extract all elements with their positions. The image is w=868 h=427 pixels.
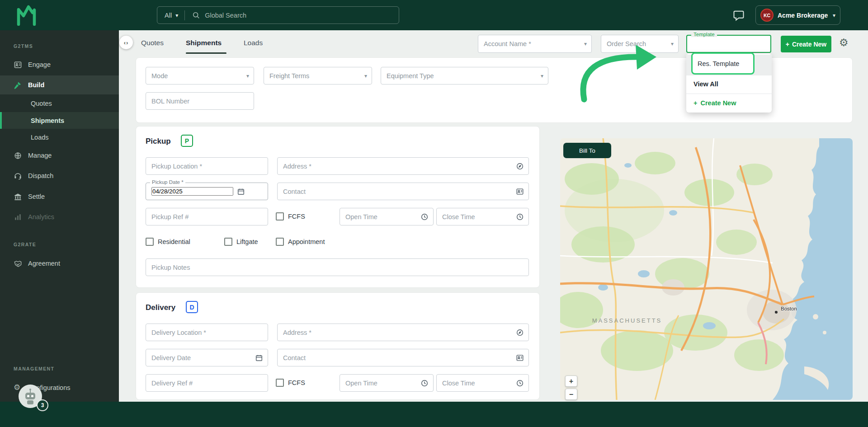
sidebar-item-label: Dispatch bbox=[28, 172, 53, 179]
pickup-ref-input[interactable] bbox=[151, 213, 263, 221]
order-search-select[interactable]: Order Search ▾ bbox=[601, 35, 679, 53]
sidebar-item-dispatch[interactable]: Dispatch bbox=[0, 167, 119, 185]
sidebar-item-manage[interactable]: Manage bbox=[0, 146, 119, 164]
account-name-select[interactable]: Account Name * ▾ bbox=[478, 35, 592, 53]
residential-group: Residential bbox=[146, 238, 190, 246]
clock-icon[interactable] bbox=[420, 379, 429, 387]
delivery-contact-field[interactable] bbox=[277, 349, 529, 366]
geolocate-icon[interactable] bbox=[516, 162, 524, 170]
sidebar-collapse-toggle[interactable]: ‹› bbox=[119, 36, 133, 49]
map-zoom-in-button[interactable]: + bbox=[565, 375, 577, 387]
delivery-contact-input[interactable] bbox=[283, 354, 512, 361]
sidebar-item-configurations[interactable]: ⚙ Configurations bbox=[0, 379, 119, 397]
tab-quotes[interactable]: Quotes bbox=[141, 39, 164, 51]
bill-to-button[interactable]: Bill To bbox=[563, 143, 611, 158]
sidebar-item-agreement[interactable]: Agreement bbox=[0, 254, 119, 272]
contact-card-icon[interactable] bbox=[516, 188, 524, 196]
delivery-location-field[interactable] bbox=[146, 324, 268, 341]
contact-card-icon[interactable] bbox=[516, 354, 524, 362]
tab-shipments[interactable]: Shipments bbox=[186, 39, 222, 51]
search-scope-select[interactable]: All ▾ bbox=[157, 7, 184, 23]
menu-item-create-new[interactable]: + Create New bbox=[686, 94, 772, 112]
global-search[interactable]: All ▾ Global Search bbox=[157, 6, 399, 24]
delivery-ref-field[interactable] bbox=[146, 374, 268, 392]
geolocate-icon[interactable] bbox=[516, 328, 524, 337]
pickup-close-time-field[interactable] bbox=[436, 208, 529, 225]
calendar-icon[interactable] bbox=[237, 188, 245, 196]
sidebar-section-g2tms: G2TMS bbox=[14, 43, 33, 49]
delivery-address-input[interactable] bbox=[283, 329, 512, 336]
delivery-location-input[interactable] bbox=[151, 329, 263, 336]
annotation-highlight-box[interactable]: Res. Template bbox=[691, 52, 755, 75]
calendar-icon[interactable] bbox=[255, 354, 263, 362]
pickup-address-field[interactable] bbox=[277, 157, 529, 175]
pickup-contact-input[interactable] bbox=[283, 188, 512, 195]
pickup-location-input[interactable] bbox=[151, 163, 263, 170]
build-icon bbox=[14, 81, 22, 89]
pickup-open-time-input[interactable] bbox=[345, 213, 417, 221]
delivery-card: Delivery D FCFS bbox=[136, 292, 540, 400]
settings-gear-icon[interactable]: ⚙ bbox=[839, 38, 849, 48]
pickup-date-label: Pickup Date * bbox=[150, 179, 185, 185]
chat-icon[interactable] bbox=[732, 9, 745, 22]
delivery-title: Delivery bbox=[146, 303, 175, 312]
map-zoom-out-button[interactable]: − bbox=[565, 389, 577, 400]
pickup-date-input[interactable] bbox=[151, 187, 233, 196]
residential-checkbox[interactable] bbox=[146, 238, 154, 246]
app-logo[interactable] bbox=[16, 4, 36, 26]
equipment-type-select[interactable]: Equipment Type ▾ bbox=[381, 67, 548, 84]
pickup-address-input[interactable] bbox=[283, 163, 512, 170]
mode-select[interactable]: Mode ▾ bbox=[146, 67, 254, 84]
fcfs-checkbox[interactable] bbox=[276, 379, 284, 387]
map-canvas[interactable] bbox=[560, 138, 853, 400]
search-divider bbox=[184, 10, 185, 20]
sidebar-item-shipments[interactable]: Shipments bbox=[0, 112, 119, 129]
search-input[interactable]: Global Search bbox=[205, 12, 246, 19]
create-new-button[interactable]: + Create New bbox=[781, 36, 831, 52]
search-icon bbox=[192, 11, 200, 19]
delivery-close-time-input[interactable] bbox=[442, 380, 512, 387]
sidebar-item-quotes[interactable]: Quotes bbox=[0, 95, 119, 112]
pickup-ref-field[interactable] bbox=[146, 208, 268, 225]
delivery-address-field[interactable] bbox=[277, 324, 529, 341]
delivery-close-time-field[interactable] bbox=[436, 374, 529, 392]
app-root: All ▾ Global Search KC Acme Brokerage ▾ … bbox=[0, 0, 868, 427]
dispatch-icon bbox=[14, 172, 22, 180]
pickup-date-field[interactable]: Pickup Date * bbox=[146, 183, 268, 200]
sidebar-item-settle[interactable]: Settle bbox=[0, 188, 119, 206]
freight-terms-select[interactable]: Freight Terms ▾ bbox=[264, 67, 372, 84]
sidebar-item-analytics[interactable]: Analytics bbox=[0, 208, 119, 226]
menu-item-view-all[interactable]: View All bbox=[686, 75, 772, 93]
pickup-close-time-input[interactable] bbox=[442, 213, 512, 221]
menu-item-res-template[interactable]: Res. Template bbox=[698, 60, 739, 67]
sidebar-item-label: Build bbox=[28, 81, 44, 89]
delivery-open-time-input[interactable] bbox=[345, 380, 417, 387]
pickup-location-field[interactable] bbox=[146, 157, 268, 175]
pickup-notes-field[interactable] bbox=[146, 258, 529, 276]
template-input[interactable]: Template bbox=[686, 35, 771, 53]
delivery-date-field[interactable] bbox=[146, 349, 268, 366]
org-switcher[interactable]: KC Acme Brokerage ▾ bbox=[755, 5, 840, 25]
bol-number-input[interactable] bbox=[151, 98, 249, 105]
tab-loads[interactable]: Loads bbox=[244, 39, 263, 51]
pickup-open-time-field[interactable] bbox=[340, 208, 434, 225]
liftgate-checkbox[interactable] bbox=[224, 238, 232, 246]
clock-icon[interactable] bbox=[420, 213, 429, 221]
delivery-open-time-field[interactable] bbox=[340, 374, 434, 392]
clock-icon[interactable] bbox=[516, 379, 524, 387]
fcfs-checkbox[interactable] bbox=[276, 212, 284, 221]
pickup-contact-field[interactable] bbox=[277, 183, 529, 200]
delivery-badge[interactable]: D bbox=[186, 301, 198, 313]
clock-icon[interactable] bbox=[516, 213, 524, 221]
template-field-label: Template bbox=[691, 32, 717, 37]
bol-number-field[interactable] bbox=[146, 92, 254, 110]
sidebar-item-label: Engage bbox=[28, 61, 51, 68]
sidebar-item-build[interactable]: Build bbox=[0, 75, 119, 94]
delivery-ref-input[interactable] bbox=[151, 380, 263, 387]
appointment-checkbox[interactable] bbox=[276, 238, 284, 246]
pickup-notes-input[interactable] bbox=[151, 264, 524, 271]
sidebar-item-loads[interactable]: Loads bbox=[0, 129, 119, 145]
pickup-badge[interactable]: P bbox=[181, 135, 193, 147]
delivery-date-input[interactable] bbox=[151, 354, 251, 361]
sidebar-item-engage[interactable]: Engage bbox=[0, 56, 119, 74]
